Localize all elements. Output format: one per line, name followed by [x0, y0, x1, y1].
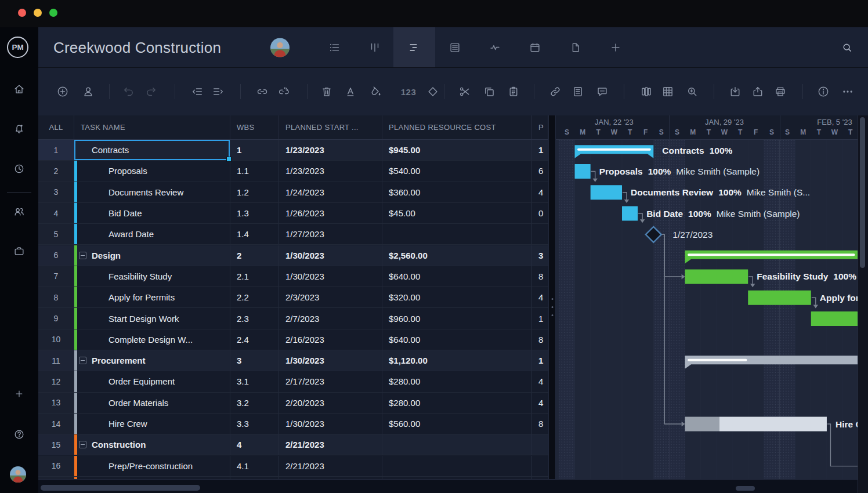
toolbar-hyperlink-button[interactable] [549, 85, 562, 99]
planned-cell[interactable]: 8 [532, 266, 548, 287]
row-number[interactable]: 8 [38, 287, 74, 308]
task-bar[interactable] [575, 164, 591, 179]
planned-resource-cost-cell[interactable] [382, 456, 532, 477]
close-window-button[interactable] [18, 9, 26, 17]
toolbar-assign-button[interactable] [82, 85, 95, 99]
planned-start-cell[interactable]: 1/23/2023 [279, 140, 382, 161]
planned-start-cell[interactable]: 1/30/2023 [279, 266, 382, 287]
column-header-planned-start[interactable]: PLANNED START ... [279, 115, 382, 139]
planned-start-cell[interactable]: 2/3/2023 [279, 287, 382, 308]
planned-start-cell[interactable]: 1/30/2023 [279, 414, 382, 434]
planned-start-cell[interactable]: 1/30/2023 [279, 350, 382, 371]
sidebar-item-add-new[interactable] [14, 389, 24, 399]
task-name-cell[interactable]: Hire Crew [74, 414, 230, 434]
task-name-cell[interactable]: Award Date [74, 224, 230, 245]
wbs-cell[interactable]: 1.1 [230, 161, 279, 182]
task-name-cell[interactable]: Procurement [74, 350, 230, 371]
planned-resource-cost-cell[interactable]: $360.00 [382, 182, 532, 203]
tab-sheet-view[interactable] [434, 27, 476, 67]
task-name-cell[interactable]: Proposals [74, 161, 230, 182]
task-name-cell[interactable]: Contracts [74, 140, 230, 161]
tab-add-view[interactable] [595, 27, 636, 67]
row-number[interactable]: 2 [38, 161, 74, 182]
task-bar[interactable] [685, 269, 748, 284]
column-header-planned-resource-cost[interactable]: PLANNED RESOURCE COST [382, 115, 532, 139]
planned-start-cell[interactable]: 1/24/2023 [279, 182, 382, 203]
toolbar-print-button[interactable] [774, 85, 787, 99]
wbs-cell[interactable]: 2.4 [230, 329, 279, 350]
planned-cell[interactable]: 4 [532, 371, 548, 392]
collapse-icon[interactable] [79, 357, 86, 364]
task-name-cell[interactable]: Documents Review [74, 182, 230, 203]
zoom-window-button[interactable] [49, 9, 57, 17]
sidebar-item-portfolio[interactable] [13, 245, 26, 258]
toolbar-comment-button[interactable] [596, 85, 609, 99]
toolbar-add-task-button[interactable] [56, 85, 70, 99]
planned-resource-cost-cell[interactable]: $560.00 [382, 414, 532, 434]
wbs-cell[interactable]: 2.2 [230, 287, 279, 308]
wbs-cell[interactable]: 4 [230, 434, 279, 455]
planned-resource-cost-cell[interactable]: $945.00 [382, 140, 532, 161]
toolbar-more-options-button[interactable] [841, 85, 855, 99]
wbs-cell[interactable]: 3.3 [230, 414, 279, 434]
planned-start-cell[interactable]: 2/17/2023 [279, 371, 382, 392]
planned-start-cell[interactable]: 1/23/2023 [279, 161, 382, 182]
row-number[interactable]: 14 [38, 414, 74, 434]
toolbar-number-format-button[interactable]: 123 [401, 87, 417, 97]
task-bar[interactable] [748, 291, 811, 305]
planned-resource-cost-cell[interactable] [382, 434, 532, 455]
row-number[interactable]: 11 [38, 350, 74, 371]
wbs-cell[interactable]: 1 [230, 140, 279, 161]
wbs-cell[interactable]: 4.1 [230, 456, 279, 477]
planned-cell[interactable]: 3 [532, 245, 548, 266]
sidebar-item-team[interactable] [13, 206, 26, 218]
planned-cell[interactable]: 4 [532, 287, 548, 308]
planned-resource-cost-cell[interactable]: $45.00 [382, 203, 532, 224]
toolbar-unlink-tasks-button[interactable] [277, 85, 291, 99]
column-header-task-name[interactable]: TASK NAME [74, 115, 230, 139]
sidebar-item-notifications[interactable] [13, 123, 26, 135]
wbs-cell[interactable]: 3.1 [230, 371, 279, 392]
task-name-cell[interactable]: Design [74, 245, 230, 266]
project-owner-avatar[interactable] [270, 38, 290, 57]
task-name-cell[interactable]: Prep/Pre-construction [74, 456, 230, 477]
toolbar-link-tasks-button[interactable] [256, 85, 269, 99]
column-header-all[interactable]: ALL [38, 115, 74, 139]
toolbar-import-button[interactable] [729, 85, 742, 99]
planned-start-cell[interactable]: 2/16/2023 [279, 329, 382, 350]
table-gantt-splitter[interactable] [548, 115, 556, 493]
row-number[interactable]: 6 [38, 245, 74, 266]
row-number[interactable]: 16 [38, 456, 74, 477]
toolbar-notes-button[interactable] [572, 85, 585, 99]
gantt-horizontal-scrollbar-thumb[interactable] [736, 486, 755, 491]
task-name-cell[interactable]: Start Design Work [74, 308, 230, 329]
toolbar-outdent-button[interactable] [191, 85, 204, 99]
planned-cell[interactable]: 0 [532, 203, 548, 224]
planned-cell[interactable] [532, 224, 548, 245]
tab-calendar-view[interactable] [514, 27, 556, 67]
task-bar[interactable] [622, 206, 638, 221]
planned-cell[interactable]: 1 [532, 140, 548, 161]
planned-cell[interactable]: 8 [532, 414, 548, 434]
toolbar-undo-button[interactable] [122, 85, 136, 99]
planned-start-cell[interactable]: 2/21/2023 [279, 456, 382, 477]
task-name-cell[interactable]: Order Equipment [74, 371, 230, 392]
search-button[interactable] [841, 41, 853, 53]
tab-docs-view[interactable] [555, 27, 596, 67]
tab-gantt-view[interactable] [393, 27, 435, 67]
row-number[interactable]: 3 [38, 182, 74, 203]
planned-cell[interactable]: 6 [532, 161, 548, 182]
planned-resource-cost-cell[interactable]: $280.00 [382, 371, 532, 392]
task-name-cell[interactable]: Construction [74, 434, 230, 455]
gantt-vertical-scrollbar[interactable] [858, 115, 868, 493]
task-name-cell[interactable]: Complete Design W... [74, 329, 230, 350]
toolbar-redo-button[interactable] [144, 85, 158, 99]
sidebar-item-timesheets[interactable] [13, 163, 26, 175]
toolbar-delete-button[interactable] [320, 85, 334, 99]
task-name-cell[interactable]: Feasibility Study [74, 266, 230, 287]
planned-cell[interactable]: 4 [532, 182, 548, 203]
planned-cell[interactable]: 1 [532, 308, 548, 329]
toolbar-cut-button[interactable] [458, 85, 472, 99]
toolbar-table-view-button[interactable] [661, 85, 675, 99]
toolbar-info-button[interactable] [817, 85, 830, 99]
